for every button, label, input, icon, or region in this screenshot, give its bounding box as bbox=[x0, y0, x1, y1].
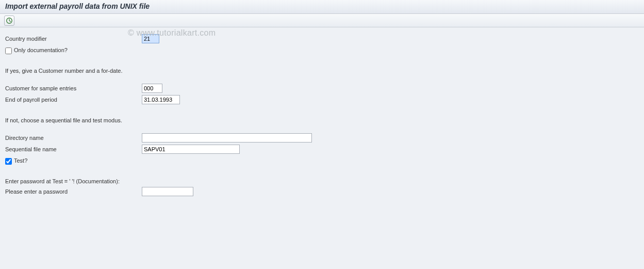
section-text-3: Enter password at Test = ' '! (Documenta… bbox=[5, 178, 639, 184]
window-titlebar: Import external payroll data from UNIX f… bbox=[0, 0, 644, 14]
input-end-payroll[interactable] bbox=[142, 95, 180, 104]
label-only-documentation: Only documentation? bbox=[14, 47, 68, 53]
input-customer-sample[interactable] bbox=[142, 84, 162, 93]
row-customer-sample: Customer for sample entries bbox=[5, 83, 639, 93]
row-only-documentation: Only documentation? bbox=[5, 45, 639, 55]
label-password: Please enter a password bbox=[5, 188, 142, 195]
row-end-payroll: End of payroll period bbox=[5, 94, 639, 105]
section-text-2: If not, choose a sequential file and tes… bbox=[5, 117, 639, 123]
label-country-modifier: Country modifier bbox=[5, 36, 142, 42]
row-password: Please enter a password bbox=[5, 186, 639, 197]
label-seq-file: Sequential file name bbox=[5, 146, 142, 152]
label-customer-sample: Customer for sample entries bbox=[5, 85, 142, 91]
input-seq-file[interactable] bbox=[142, 145, 240, 154]
label-end-payroll: End of payroll period bbox=[5, 97, 142, 103]
row-directory: Directory name bbox=[5, 133, 639, 143]
row-country-modifier: Country modifier bbox=[5, 34, 639, 44]
checkbox-test[interactable] bbox=[5, 158, 12, 165]
execute-icon bbox=[6, 17, 13, 24]
label-directory: Directory name bbox=[5, 135, 142, 141]
svg-line-2 bbox=[9, 21, 11, 22]
row-test: Test? bbox=[5, 155, 639, 166]
input-directory[interactable] bbox=[142, 133, 312, 143]
checkbox-only-documentation[interactable] bbox=[5, 48, 12, 54]
app-toolbar bbox=[0, 14, 644, 27]
row-seq-file: Sequential file name bbox=[5, 144, 639, 154]
section-text-1: If yes, give a Customer number and a for… bbox=[5, 68, 639, 74]
input-password[interactable] bbox=[142, 187, 193, 196]
execute-button[interactable] bbox=[4, 15, 14, 26]
label-test: Test? bbox=[14, 157, 27, 164]
input-country-modifier[interactable] bbox=[142, 34, 159, 43]
window-title: Import external payroll data from UNIX f… bbox=[5, 2, 150, 10]
content-area: © www.tutorialkart.com Country modifier … bbox=[0, 27, 644, 204]
